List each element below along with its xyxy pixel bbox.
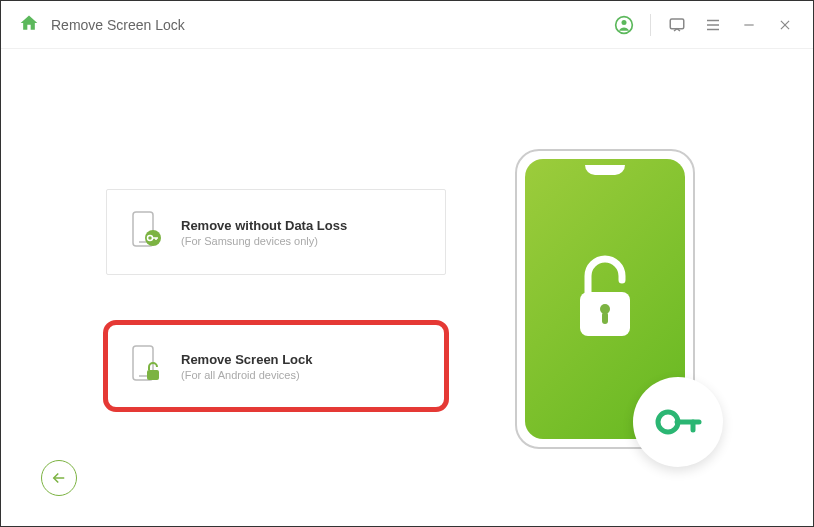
phone-illustration-area bbox=[446, 149, 763, 526]
phone-key-icon bbox=[129, 210, 163, 254]
home-icon[interactable] bbox=[19, 13, 39, 37]
svg-rect-17 bbox=[147, 370, 159, 380]
menu-icon[interactable] bbox=[703, 15, 723, 35]
user-icon[interactable] bbox=[614, 15, 634, 35]
option-text: Remove Screen Lock (For all Android devi… bbox=[181, 352, 313, 381]
key-badge bbox=[633, 377, 723, 467]
phone-unlock-icon bbox=[129, 344, 163, 388]
svg-point-1 bbox=[622, 20, 627, 25]
option-remove-screen-lock[interactable]: Remove Screen Lock (For all Android devi… bbox=[106, 323, 446, 409]
options-list: Remove without Data Loss (For Samsung de… bbox=[106, 189, 446, 526]
titlebar: Remove Screen Lock bbox=[1, 1, 813, 49]
option-subtitle: (For all Android devices) bbox=[181, 369, 313, 381]
feedback-icon[interactable] bbox=[667, 15, 687, 35]
option-remove-without-data-loss[interactable]: Remove without Data Loss (For Samsung de… bbox=[106, 189, 446, 275]
phone-illustration bbox=[515, 149, 695, 449]
separator bbox=[650, 14, 651, 36]
key-icon bbox=[653, 397, 703, 447]
option-title: Remove without Data Loss bbox=[181, 218, 347, 233]
svg-rect-2 bbox=[670, 19, 684, 29]
unlock-icon bbox=[570, 254, 640, 344]
option-subtitle: (For Samsung devices only) bbox=[181, 235, 347, 247]
phone-notch bbox=[585, 165, 625, 175]
page-title: Remove Screen Lock bbox=[51, 17, 185, 33]
option-title: Remove Screen Lock bbox=[181, 352, 313, 367]
minimize-button[interactable] bbox=[739, 15, 759, 35]
titlebar-controls bbox=[614, 14, 795, 36]
option-text: Remove without Data Loss (For Samsung de… bbox=[181, 218, 347, 247]
arrow-left-icon bbox=[50, 469, 68, 487]
svg-rect-20 bbox=[602, 312, 608, 324]
back-button[interactable] bbox=[41, 460, 77, 496]
close-button[interactable] bbox=[775, 15, 795, 35]
main-content: Remove without Data Loss (For Samsung de… bbox=[1, 49, 813, 526]
